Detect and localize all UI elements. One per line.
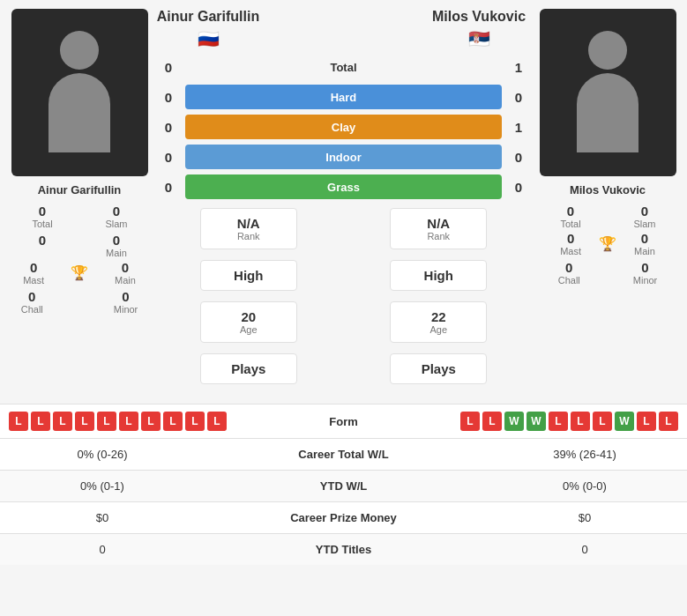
stats-row-2: $0Career Prize Money$0 bbox=[0, 501, 687, 533]
right-form-badge-l: L bbox=[460, 412, 480, 431]
total-label: Total bbox=[185, 55, 502, 79]
stats-right-0: 39% (26-41) bbox=[497, 448, 673, 461]
left-age-value: 20 bbox=[241, 309, 256, 324]
left-rank-box: N/A Rank bbox=[200, 208, 297, 249]
left-main-item2: 0 Main bbox=[115, 260, 136, 286]
right-player-name: Milos Vukovic bbox=[570, 183, 646, 197]
right-form-badge-l: L bbox=[637, 412, 656, 431]
right-minor-label: Minor bbox=[633, 275, 658, 286]
stats-left-2: $0 bbox=[14, 511, 190, 524]
left-name-area: Ainur Garifullin 🇷🇺 bbox=[155, 9, 261, 49]
left-form-badge-l: L bbox=[185, 412, 205, 431]
left-main-label2: Main bbox=[115, 275, 136, 286]
right-form-badge-l: L bbox=[549, 412, 568, 431]
right-form-badge-l: L bbox=[593, 412, 612, 431]
stats-row-3: 0YTD Titles0 bbox=[0, 533, 687, 565]
stats-label-3: YTD Titles bbox=[190, 543, 497, 556]
right-chall-label: Chall bbox=[558, 275, 580, 286]
right-player-silhouette bbox=[572, 31, 643, 154]
left-plays-label: Plays bbox=[231, 361, 265, 376]
left-form-badge-l: L bbox=[163, 412, 183, 431]
right-plays-label: Plays bbox=[422, 361, 456, 376]
left-high-value: High bbox=[234, 268, 263, 283]
left-form-badge-l: L bbox=[53, 412, 72, 431]
left-main-stat: 0 Main bbox=[83, 233, 150, 258]
left-main-name: Ainur Garifullin bbox=[155, 9, 261, 25]
left-minor-val: 0 bbox=[122, 289, 129, 304]
grass-label: Grass bbox=[185, 174, 502, 199]
clay-label: Clay bbox=[185, 115, 502, 139]
match-area: Ainur Garifullin 0 Total 0 Slam 0 0 Main bbox=[0, 0, 687, 397]
left-flag: 🇷🇺 bbox=[155, 28, 261, 49]
stats-right-1: 0% (0-0) bbox=[497, 479, 673, 493]
left-main-value: 0 bbox=[113, 233, 120, 248]
left-total-score: 0 bbox=[155, 60, 182, 75]
left-main-val2: 0 bbox=[122, 260, 129, 275]
left-silhouette-head bbox=[60, 31, 99, 70]
right-total-stat: 0 Total bbox=[537, 204, 604, 229]
left-chall-row: 0 Chall 0 Minor bbox=[21, 289, 138, 315]
right-total-value: 0 bbox=[567, 204, 574, 219]
left-rank-value: N/A bbox=[237, 216, 260, 231]
main-container: Ainur Garifullin 0 Total 0 Slam 0 0 Main bbox=[0, 0, 687, 565]
stats-left-0: 0% (0-26) bbox=[14, 448, 190, 461]
right-player-stats: 0 Total 0 Slam bbox=[537, 204, 678, 229]
right-age-value: 22 bbox=[431, 309, 446, 324]
left-silhouette-body bbox=[49, 73, 110, 152]
left-form-badges: LLLLLLLLLL bbox=[9, 412, 227, 431]
left-mast-value: 0 bbox=[39, 233, 46, 248]
right-main-item: 0 Main bbox=[634, 231, 655, 256]
right-main-val: 0 bbox=[641, 231, 648, 246]
right-form-badge-l: L bbox=[571, 412, 590, 431]
left-chall-val: 0 bbox=[28, 289, 35, 304]
right-chall-row: 0 Chall 0 Minor bbox=[558, 260, 658, 286]
right-trophy-icon: 🏆 bbox=[599, 235, 616, 252]
right-slam-stat: 0 Slam bbox=[611, 204, 678, 229]
left-indoor-score: 0 bbox=[155, 150, 182, 165]
player-names-row: Ainur Garifullin 🇷🇺 Milos Vukovic 🇷🇸 bbox=[155, 9, 532, 49]
right-silhouette-body bbox=[577, 73, 638, 152]
left-form-badge-l: L bbox=[207, 412, 227, 431]
right-mast-label: Mast bbox=[560, 246, 581, 256]
left-minor-label: Minor bbox=[114, 304, 138, 315]
left-mast-item: 0 Mast bbox=[23, 260, 44, 286]
left-form-badge-l: L bbox=[119, 412, 138, 431]
stats-label-1: YTD W/L bbox=[190, 479, 497, 493]
left-mast-stat: 0 bbox=[9, 233, 76, 258]
right-total-label: Total bbox=[560, 219, 580, 229]
left-info-boxes: N/A Rank High 20 Age Plays bbox=[155, 204, 342, 388]
indoor-score-row: 0 Indoor 0 bbox=[155, 143, 532, 171]
right-form-badges: LLWWLLLWLL bbox=[460, 412, 678, 431]
info-boxes-row: N/A Rank High 20 Age Plays bbox=[155, 204, 532, 388]
form-section: LLLLLLLLLL Form LLWWLLLWLL bbox=[0, 404, 687, 438]
right-slam-label: Slam bbox=[633, 219, 655, 229]
left-grass-score: 0 bbox=[155, 180, 182, 195]
stats-right-2: $0 bbox=[497, 511, 673, 524]
left-total-stat: 0 Total bbox=[9, 204, 76, 229]
right-rank-box: N/A Rank bbox=[390, 208, 487, 249]
left-minor-item: 0 Minor bbox=[114, 289, 138, 315]
left-form-badge-l: L bbox=[75, 412, 94, 431]
right-main-label: Main bbox=[634, 246, 655, 256]
stats-label-0: Career Total W/L bbox=[190, 448, 497, 461]
left-mast-val: 0 bbox=[30, 260, 37, 275]
left-player-photo bbox=[11, 9, 148, 176]
left-form-badge-l: L bbox=[141, 412, 161, 431]
left-form-badge-l: L bbox=[31, 412, 50, 431]
right-player-column: Milos Vukovic 0 Total 0 Slam 0 Mast 🏆 bbox=[537, 9, 678, 388]
stats-table: 0% (0-26)Career Total W/L39% (26-41)0% (… bbox=[0, 438, 687, 565]
left-trophy-icon: 🏆 bbox=[71, 264, 88, 281]
right-mast-trophy-row: 0 Mast 🏆 0 Main bbox=[560, 231, 655, 256]
left-player-stats: 0 Total 0 Slam 0 0 Main bbox=[9, 204, 150, 258]
right-form-badge-w: W bbox=[615, 412, 634, 431]
right-age-box: 22 Age bbox=[390, 301, 487, 343]
right-form-badge-l: L bbox=[659, 412, 678, 431]
right-chall-item: 0 Chall bbox=[558, 260, 580, 286]
stats-left-3: 0 bbox=[14, 543, 190, 556]
total-score-row: 0 Total 1 bbox=[155, 53, 532, 81]
right-flag: 🇷🇸 bbox=[426, 28, 532, 49]
right-grass-score: 0 bbox=[505, 180, 532, 195]
stats-row-1: 0% (0-1)YTD W/L0% (0-0) bbox=[0, 470, 687, 501]
right-total-score: 1 bbox=[505, 60, 532, 75]
right-info-boxes: N/A Rank High 22 Age Plays bbox=[346, 204, 533, 388]
